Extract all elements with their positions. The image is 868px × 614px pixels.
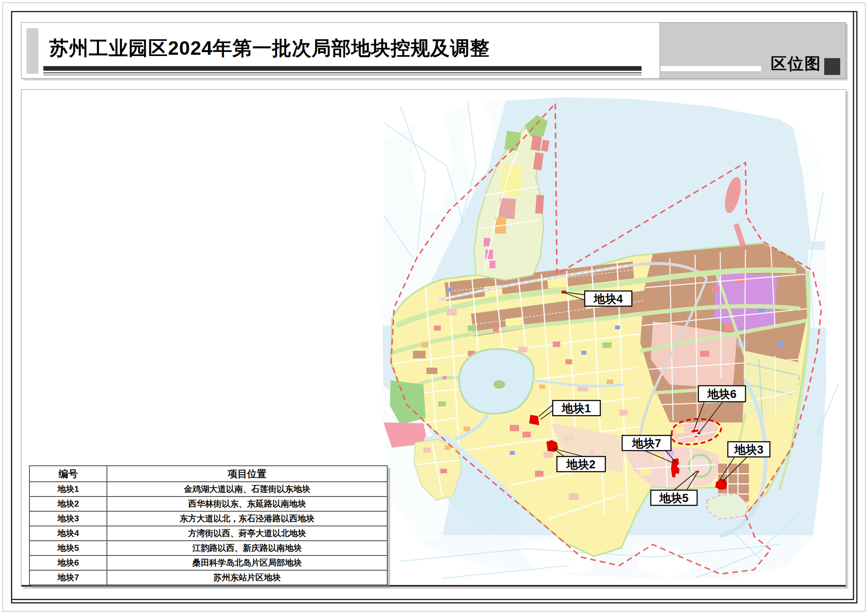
table-row: 地块7 苏州东站片区地块	[29, 570, 387, 585]
title-underline-bar	[43, 66, 642, 71]
title-rule-dark	[43, 72, 642, 73]
header-box: 苏州工业园区2024年第一批次局部地块控规及调整 区位图	[21, 22, 846, 79]
plot-number-cell: 地块5	[29, 541, 107, 555]
plot-number-cell: 地块3	[29, 511, 107, 526]
plot-6-label: 地块6	[698, 386, 746, 402]
plot-location-cell: 东方大道以北，东石泾港路以西地块	[107, 511, 387, 526]
svg-text:地块6: 地块6	[707, 388, 736, 400]
plot-number-cell: 地块2	[29, 497, 107, 511]
corner-panel: 区位图	[660, 23, 846, 78]
table-row: 地块3 东方大道以北，东石泾港路以西地块	[29, 511, 387, 526]
plot-number-cell: 地块1	[29, 482, 107, 497]
main-content-box: 地块1 地块2 地块3 地块4 地块5	[21, 89, 846, 587]
table-row: 地块4 方湾街以西、葑亭大道以北地块	[29, 526, 387, 541]
svg-text:地块4: 地块4	[593, 293, 623, 305]
plots-table: 编号 项目位置 地块1 金鸡湖大道以南、石莲街以东地块 地块2 西华林街以东、东…	[29, 465, 388, 585]
table-row: 地块5 江韵路以西、新庆路以南地块	[29, 541, 387, 555]
svg-text:地块2: 地块2	[566, 458, 595, 471]
page-title: 苏州工业园区2024年第一批次局部地块控规及调整	[49, 35, 490, 61]
plot-2-label: 地块2	[557, 456, 605, 472]
lake-island	[493, 380, 505, 389]
table-row: 地块1 金鸡湖大道以南、石莲街以东地块	[29, 482, 387, 497]
plot-1-label: 地块1	[553, 400, 600, 416]
col-header-location: 项目位置	[107, 466, 387, 482]
plot-4-marker	[562, 291, 566, 294]
plot-5-label: 地块5	[651, 490, 697, 505]
plot-location-cell: 金鸡湖大道以南、石莲街以东地块	[107, 482, 387, 497]
corner-square-icon	[824, 58, 840, 75]
svg-text:地块1: 地块1	[561, 402, 591, 415]
frame-double-line-right	[853, 12, 854, 600]
plot-7-label: 地块7	[622, 435, 671, 451]
col-header-number: 编号	[29, 466, 107, 482]
plot-location-cell: 西华林街以东、东延路以南地块	[107, 497, 387, 511]
plot-number-cell: 地块6	[29, 555, 107, 570]
corner-white-strip	[660, 66, 761, 71]
map-type-label: 区位图	[771, 53, 821, 75]
title-accent-bar	[27, 28, 38, 74]
svg-text:地块7: 地块7	[631, 437, 661, 450]
plot-location-cell: 桑田科学岛北岛片区局部地块	[107, 555, 387, 570]
plot-location-cell: 方湾街以西、葑亭大道以北地块	[107, 526, 387, 541]
svg-text:地块5: 地块5	[659, 492, 688, 505]
plot-number-cell: 地块4	[29, 526, 107, 541]
table-row: 地块6 桑田科学岛北岛片区局部地块	[29, 555, 387, 570]
frame-double-line-bottom	[12, 599, 854, 600]
plot-3-label: 地块3	[728, 442, 770, 457]
plot-5-marker	[695, 471, 699, 473]
table-row: 地块2 西华林街以东、东延路以南地块	[29, 497, 387, 511]
document-page: 苏州工业园区2024年第一批次局部地块控规及调整 区位图	[0, 0, 868, 614]
plot-location-cell: 江韵路以西、新庆路以南地块	[107, 541, 387, 555]
plot-location-cell: 苏州东站片区地块	[107, 570, 387, 585]
plot-number-cell: 地块7	[29, 570, 107, 585]
title-rule-gray	[43, 75, 642, 75]
plot-4-label: 地块4	[585, 291, 632, 306]
svg-text:地块3: 地块3	[734, 443, 763, 456]
table-header-row: 编号 项目位置	[29, 466, 387, 482]
